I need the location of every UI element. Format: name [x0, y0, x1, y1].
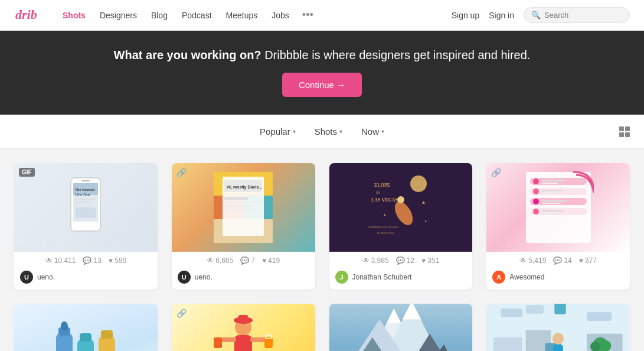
- svg-rect-50: [542, 213, 557, 214]
- filter-popular-label: Popular: [260, 126, 290, 136]
- shot-card-1[interactable]: The Newest Uber App GIF 👁 10,411 💬 13 ♥: [14, 163, 158, 290]
- views-count: 👁 5,419: [519, 256, 546, 265]
- shot-card-7[interactable]: 👁 3,550 💬 8 ♥ 289 A Alpine: [329, 304, 473, 351]
- filter-shots[interactable]: Shots ▾: [308, 123, 349, 140]
- eye-icon: 👁: [362, 256, 370, 265]
- search-box[interactable]: 🔍: [524, 7, 630, 23]
- sign-up-link[interactable]: Sign up: [452, 11, 479, 20]
- svg-rect-7: [76, 199, 96, 200]
- likes-count: ♥ 419: [262, 256, 280, 265]
- author-name[interactable]: Jonathan Schubert: [352, 273, 412, 281]
- grid-cell: [619, 126, 624, 131]
- svg-rect-51: [56, 333, 73, 351]
- shot-card-6[interactable]: #1 FIREART FAN 🔗 👁 4,120 💬 5 ♥ 312: [172, 304, 315, 351]
- comments-count: 💬 13: [83, 256, 101, 265]
- svg-text:WEDDING PACKAGES: WEDDING PACKAGES: [368, 226, 398, 229]
- svg-point-36: [533, 178, 539, 184]
- svg-text:ELOPE: ELOPE: [374, 183, 390, 188]
- filter-now[interactable]: Now ▾: [354, 123, 391, 140]
- svg-point-97: [553, 333, 564, 344]
- shot-author-2: U ueno.: [172, 268, 315, 290]
- shot-card-8[interactable]: 👁 2,990 💬 6 ♥ 198 C Creative: [486, 304, 630, 351]
- shot-thumbnail-7: [329, 304, 473, 351]
- nav-blog[interactable]: Blog: [145, 7, 174, 24]
- likes-count-value: 351: [427, 256, 439, 265]
- svg-text:★: ★: [421, 200, 426, 206]
- svg-rect-17: [224, 194, 262, 195]
- grid-cell: [625, 132, 630, 137]
- eye-icon: 👁: [45, 256, 53, 265]
- svg-rect-41: [542, 190, 563, 191]
- views-count: 👁 3,985: [362, 256, 389, 265]
- shots-grid: The Newest Uber App GIF 👁 10,411 💬 13 ♥: [0, 149, 644, 351]
- hero-cta-button[interactable]: Continue →: [282, 73, 362, 97]
- view-count-value: 5,419: [528, 256, 546, 265]
- svg-rect-91: [493, 337, 522, 351]
- shot-meta-2: 👁 6,665 💬 7 ♥ 419: [172, 252, 315, 268]
- svg-rect-37: [542, 180, 565, 181]
- svg-rect-3: [81, 180, 90, 181]
- eye-icon: 👁: [519, 256, 527, 265]
- svg-rect-64: [238, 315, 248, 322]
- shot-thumbnail-3: ELOPE IN LAS VEGAS WEDDING PACKAGES & SE…: [329, 163, 473, 252]
- author-name[interactable]: ueno.: [37, 273, 55, 281]
- svg-rect-98: [553, 344, 563, 351]
- avatar-letter: U: [20, 271, 33, 284]
- nav-designers[interactable]: Designers: [94, 7, 143, 24]
- chevron-down-icon: ▾: [381, 128, 384, 135]
- author-name[interactable]: Awesomed: [509, 273, 544, 281]
- svg-rect-67: [250, 337, 267, 342]
- svg-point-40: [533, 188, 539, 194]
- comment-count-value: 7: [251, 256, 255, 265]
- shot-thumbnail-8: [486, 304, 630, 351]
- nav-jobs[interactable]: Jobs: [266, 7, 295, 24]
- avatar: U: [178, 271, 191, 284]
- logo[interactable]: dribbble: [14, 6, 47, 25]
- filter-popular[interactable]: Popular ▾: [253, 123, 303, 140]
- likes-count-value: 419: [268, 256, 280, 265]
- shot-meta-3: 👁 3,985 💬 12 ♥ 351: [329, 252, 473, 268]
- heart-icon: ♥: [109, 256, 113, 265]
- svg-rect-8: [76, 202, 91, 203]
- svg-rect-45: [542, 200, 567, 202]
- svg-point-48: [533, 209, 539, 214]
- shot-card-4[interactable]: 🔗 👁 5,419 💬 14 ♥ 377 A Awesomed: [486, 163, 630, 290]
- nav-podcast[interactable]: Podcast: [176, 7, 218, 24]
- comments-count: 💬 7: [240, 256, 255, 265]
- svg-point-28: [397, 196, 404, 203]
- svg-text:IN: IN: [376, 191, 380, 194]
- nav-shots[interactable]: Shots: [57, 7, 91, 24]
- likes-count-value: 586: [115, 256, 126, 265]
- comments-count: 💬 14: [553, 256, 571, 265]
- grid-cell: [619, 132, 624, 137]
- chevron-down-icon: ▾: [339, 128, 342, 135]
- nav-right: Sign up Sign in 🔍: [452, 7, 630, 23]
- likes-count: ♥ 377: [579, 256, 597, 265]
- likes-count: ♥ 586: [109, 256, 126, 265]
- link-icon: 🔗: [491, 168, 501, 177]
- shot-card-3[interactable]: ELOPE IN LAS VEGAS WEDDING PACKAGES & SE…: [329, 163, 473, 290]
- nav-more[interactable]: •••: [298, 5, 318, 25]
- shot-thumbnail-2: Hi, mostly Davis... 🔗: [172, 163, 315, 252]
- svg-rect-57: [101, 330, 113, 339]
- filter-now-label: Now: [361, 126, 379, 136]
- svg-point-53: [61, 321, 68, 331]
- comment-count-value: 13: [93, 256, 101, 265]
- author-name[interactable]: ueno.: [195, 273, 213, 281]
- svg-text:LAS VEGAS: LAS VEGAS: [371, 197, 398, 203]
- avatar-letter: U: [178, 271, 191, 284]
- shot-card-2[interactable]: Hi, mostly Davis... 🔗 👁 6,665 💬 7 ♥: [172, 163, 315, 290]
- heart-icon: ♥: [579, 256, 583, 265]
- sign-in-link[interactable]: Sign in: [489, 11, 514, 20]
- shot-card-5[interactable]: 👁 2,810 💬 9 ♥ 243 S Studio: [14, 304, 158, 351]
- heart-icon: ♥: [421, 256, 426, 265]
- nav-meetups[interactable]: Meetups: [220, 7, 264, 24]
- comment-icon: 💬: [553, 256, 562, 265]
- svg-rect-68: [214, 337, 222, 348]
- view-count-value: 6,665: [215, 256, 233, 265]
- search-input[interactable]: [544, 11, 622, 20]
- filter-shots-label: Shots: [315, 126, 337, 136]
- svg-rect-55: [80, 333, 91, 342]
- avatar-letter: A: [492, 271, 505, 284]
- grid-view-toggle[interactable]: [619, 126, 630, 137]
